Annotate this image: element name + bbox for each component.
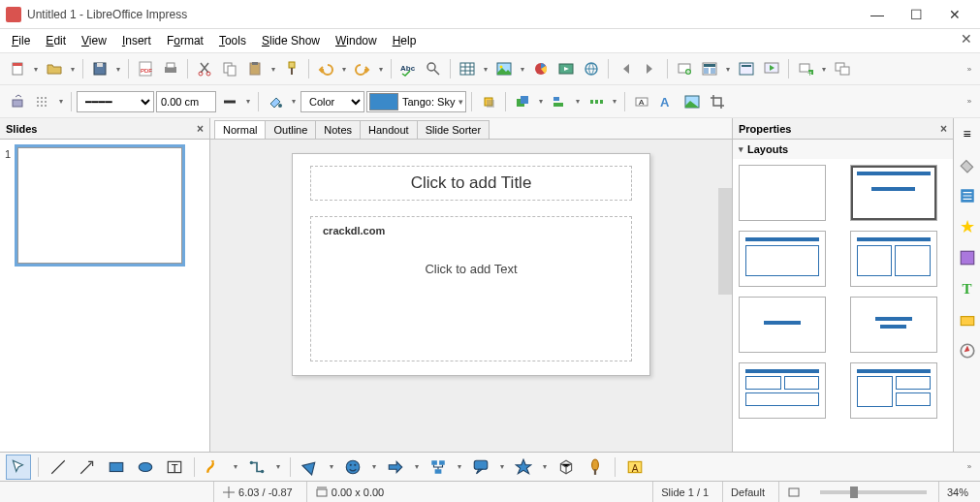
vertical-scrollbar[interactable] — [718, 188, 732, 295]
block-arrows-tool[interactable] — [383, 455, 408, 480]
insert-textbox-button[interactable]: A — [630, 90, 653, 113]
slides-list[interactable]: 1 — [0, 140, 209, 452]
layout-blank[interactable] — [739, 165, 826, 221]
area-fill-dropdown-icon[interactable]: ▾ — [289, 97, 299, 106]
new-button[interactable] — [6, 57, 29, 80]
position-size-button[interactable] — [6, 90, 29, 113]
fontwork-tool[interactable]: A — [622, 455, 648, 480]
menu-insert[interactable]: Insert — [114, 31, 159, 50]
hyperlink-button[interactable] — [580, 57, 603, 80]
copy-button[interactable] — [218, 57, 241, 80]
cut-button[interactable] — [193, 57, 216, 80]
save-dropdown-icon[interactable]: ▾ — [113, 65, 123, 74]
symbol-shapes-tool[interactable] — [340, 455, 365, 480]
zoom-fit-button[interactable] — [778, 482, 808, 502]
stars-tool[interactable] — [511, 455, 536, 480]
tab-notes[interactable]: Notes — [315, 120, 361, 139]
layout-two-content[interactable] — [850, 231, 937, 287]
new-slide-dropdown-icon[interactable]: ▾ — [819, 65, 829, 74]
nav-first-button[interactable] — [614, 57, 637, 80]
tab-sorter[interactable]: Slide Sorter — [417, 120, 490, 139]
insert-slide-button[interactable] — [673, 57, 696, 80]
canvas-viewport[interactable]: Click to add Title crackdl.com Click to … — [210, 140, 732, 452]
undo-dropdown-icon[interactable]: ▾ — [339, 65, 349, 74]
sidebar-animation-icon[interactable] — [958, 310, 977, 329]
fontwork-button[interactable]: A — [655, 90, 679, 113]
menu-view[interactable]: View — [74, 31, 114, 50]
duplicate-slide-button[interactable] — [831, 57, 854, 80]
paste-button[interactable] — [243, 57, 267, 80]
callouts-tool[interactable] — [468, 455, 493, 480]
new-slide-green-button[interactable]: + — [794, 57, 817, 80]
title-placeholder[interactable]: Click to add Title — [310, 166, 632, 201]
line-color-button[interactable] — [218, 90, 241, 113]
sidebar-master-icon[interactable]: T — [958, 279, 977, 298]
sidebar-properties-icon[interactable] — [958, 155, 977, 174]
sidebar-navigator-icon[interactable] — [958, 248, 977, 267]
tab-handout[interactable]: Handout — [360, 120, 418, 139]
rectangle-tool[interactable] — [104, 455, 129, 480]
connector-tool[interactable] — [244, 455, 269, 480]
curve-tool[interactable] — [202, 455, 227, 480]
layout-title-2row[interactable] — [739, 362, 826, 419]
undo-button[interactable] — [314, 57, 337, 80]
toolbar-overflow-icon[interactable]: » — [964, 65, 974, 74]
open-button[interactable] — [43, 57, 66, 80]
properties-panel-close-icon[interactable]: × — [940, 122, 947, 136]
sidebar-settings-icon[interactable]: ≡ — [958, 124, 977, 143]
redo-button[interactable] — [351, 57, 374, 80]
nav-last-button[interactable] — [639, 57, 662, 80]
layout-title-only[interactable] — [739, 231, 826, 287]
layout-centered[interactable] — [739, 297, 826, 353]
slides-panel-close-icon[interactable]: × — [197, 122, 204, 136]
maximize-button[interactable]: ☐ — [897, 0, 935, 29]
align-button[interactable] — [548, 90, 571, 113]
open-dropdown-icon[interactable]: ▾ — [68, 65, 78, 74]
fill-color-select[interactable]: Tango: Sky ▾ — [366, 91, 466, 112]
insert-image-tb-button[interactable] — [680, 90, 704, 113]
menu-help[interactable]: Help — [385, 31, 425, 50]
sidebar-transition-icon[interactable] — [958, 341, 977, 361]
table-button[interactable] — [456, 57, 479, 80]
table-dropdown-icon[interactable]: ▾ — [481, 65, 490, 74]
crop-button[interactable] — [706, 90, 729, 113]
line-width-input[interactable] — [156, 91, 216, 112]
line-style-select[interactable]: ━━━━ — [77, 91, 154, 112]
arrange-dropdown-icon[interactable]: ▾ — [536, 97, 546, 106]
close-document-icon[interactable]: ✕ — [961, 31, 972, 47]
stars-dropdown-icon[interactable]: ▾ — [540, 462, 550, 471]
layouts-section-header[interactable]: Layouts — [733, 140, 953, 159]
shapes-dropdown-icon[interactable]: ▾ — [327, 462, 336, 471]
area-fill-button[interactable] — [264, 90, 287, 113]
export-pdf-button[interactable]: PDF — [134, 57, 157, 80]
zoom-percent[interactable]: 34% — [938, 482, 976, 502]
slide-canvas[interactable]: Click to add Title crackdl.com Click to … — [292, 153, 650, 376]
layout-centered-text[interactable] — [850, 297, 937, 353]
image-button[interactable] — [492, 57, 516, 80]
print-button[interactable] — [159, 57, 182, 80]
slide-master-button[interactable] — [735, 57, 758, 80]
slide-thumbnail[interactable]: 1 — [17, 147, 182, 264]
line-arrow-tool[interactable] — [75, 455, 100, 480]
close-window-button[interactable]: ✕ — [935, 0, 974, 29]
distribute-dropdown-icon[interactable]: ▾ — [610, 97, 619, 106]
image-dropdown-icon[interactable]: ▾ — [518, 65, 527, 74]
layout-title-content[interactable] — [850, 165, 937, 221]
flowchart-dropdown-icon[interactable]: ▾ — [455, 462, 464, 471]
curve-dropdown-icon[interactable]: ▾ — [231, 462, 240, 471]
find-button[interactable] — [422, 57, 445, 80]
chart-button[interactable] — [529, 57, 553, 80]
line-color-dropdown-icon[interactable]: ▾ — [243, 97, 253, 106]
new-dropdown-icon[interactable]: ▾ — [31, 65, 41, 74]
status-pagestyle[interactable]: Default — [722, 482, 773, 502]
basic-shapes-tool[interactable] — [298, 455, 323, 480]
shadow-button[interactable] — [477, 90, 500, 113]
menu-slideshow[interactable]: Slide Show — [254, 31, 328, 50]
line-style-dropdown-icon[interactable]: ▾ — [56, 97, 66, 106]
tab-normal[interactable]: Normal — [214, 120, 266, 139]
distribute-button[interactable] — [585, 90, 608, 113]
layout-dropdown-icon[interactable]: ▾ — [723, 65, 733, 74]
toolbar2-overflow-icon[interactable]: » — [964, 97, 974, 106]
drawbar-overflow-icon[interactable]: » — [964, 462, 974, 471]
sidebar-gallery-icon[interactable]: ★ — [958, 217, 977, 236]
